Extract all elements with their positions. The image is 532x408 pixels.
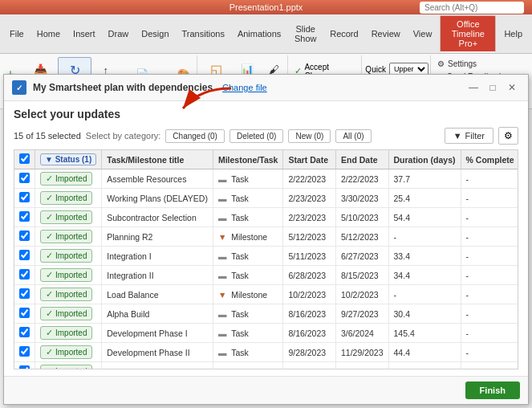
toolbar-row: 15 of 15 selected Select by category: Ch… bbox=[14, 127, 518, 145]
tab-office-timeline[interactable]: Office Timeline Pro+ bbox=[440, 15, 496, 52]
tab-review[interactable]: Review bbox=[365, 14, 407, 53]
type-label: Task bbox=[231, 174, 249, 184]
row-title: Load Balance bbox=[102, 285, 213, 304]
row-start: 10/19/2023 bbox=[283, 362, 336, 370]
tab-help[interactable]: Help bbox=[497, 14, 529, 53]
tab-record[interactable]: Record bbox=[323, 14, 364, 53]
row-complete: - bbox=[461, 285, 518, 304]
col-type: Milestone/Task bbox=[213, 150, 283, 169]
tab-transitions[interactable]: Transitions bbox=[176, 14, 231, 53]
smartsheet-dialog: ✓ My Smartsheet plan with dependencies C… bbox=[3, 74, 529, 405]
changed-filter-btn[interactable]: Changed (0) bbox=[165, 129, 225, 143]
row-checkbox-cell[interactable] bbox=[14, 247, 35, 266]
table-settings-button[interactable]: ⚙ bbox=[498, 127, 518, 145]
row-duration: 30.4 bbox=[388, 304, 461, 324]
app-title: Presentation1.pptx bbox=[229, 2, 303, 12]
row-title: Development Phase I bbox=[102, 324, 213, 343]
type-label: Task bbox=[231, 194, 249, 203]
col-checkbox bbox=[14, 150, 35, 169]
row-checkbox-cell[interactable] bbox=[14, 169, 35, 189]
tab-home[interactable]: Home bbox=[30, 14, 67, 53]
status-badge: ✓ Imported bbox=[40, 345, 92, 359]
row-start: 6/28/2023 bbox=[283, 266, 336, 285]
data-table-container[interactable]: ▼ Status (1) Task/Milestone title Milest… bbox=[14, 149, 518, 369]
row-checkbox-cell[interactable] bbox=[14, 304, 35, 324]
tab-file[interactable]: File bbox=[3, 14, 30, 53]
row-checkbox[interactable] bbox=[19, 173, 30, 183]
row-checkbox[interactable] bbox=[19, 308, 30, 318]
col-status[interactable]: ▼ Status (1) bbox=[35, 150, 102, 169]
close-button[interactable]: ✕ bbox=[504, 80, 520, 96]
finish-button[interactable]: Finish bbox=[465, 381, 520, 399]
row-checkbox[interactable] bbox=[19, 269, 30, 279]
row-end: 11/29/2023 bbox=[335, 343, 388, 362]
minimize-button[interactable]: — bbox=[465, 80, 481, 96]
select-all-checkbox[interactable] bbox=[19, 153, 30, 164]
row-type: ▼ Milestone bbox=[213, 285, 283, 304]
maximize-button[interactable]: □ bbox=[485, 80, 501, 96]
row-start: 5/11/2023 bbox=[283, 247, 336, 266]
status-check-icon: ✓ bbox=[46, 173, 53, 184]
row-status: ✓ Imported bbox=[35, 189, 102, 208]
row-checkbox[interactable] bbox=[19, 346, 30, 357]
row-checkbox-cell[interactable] bbox=[14, 189, 35, 208]
row-checkbox-cell[interactable] bbox=[14, 324, 35, 343]
type-icon: ▬ bbox=[218, 348, 227, 357]
new-filter-btn[interactable]: New (0) bbox=[288, 129, 331, 143]
tab-slideshow[interactable]: Slide Show bbox=[287, 14, 323, 53]
row-title: Alpha Build bbox=[102, 304, 213, 324]
type-icon: ▬ bbox=[218, 271, 227, 280]
row-duration: 33.4 bbox=[388, 247, 461, 266]
row-checkbox[interactable] bbox=[19, 250, 30, 260]
status-badge: ✓ Imported bbox=[40, 365, 92, 369]
tab-view[interactable]: View bbox=[407, 14, 439, 53]
tab-animations[interactable]: Animations bbox=[231, 14, 287, 53]
row-start: 5/12/2023 bbox=[283, 227, 336, 247]
row-checkbox[interactable] bbox=[19, 288, 30, 299]
row-checkbox-cell[interactable] bbox=[14, 285, 35, 304]
row-start: 9/28/2023 bbox=[283, 343, 336, 362]
deleted-filter-btn[interactable]: Deleted (0) bbox=[229, 129, 283, 143]
row-duration: - bbox=[388, 285, 461, 304]
status-filter[interactable]: ▼ Status (1) bbox=[40, 153, 96, 165]
type-label: Milestone bbox=[231, 232, 267, 242]
row-duration: - bbox=[388, 227, 461, 247]
change-file-link[interactable]: Change file bbox=[222, 83, 267, 92]
tab-draw[interactable]: Draw bbox=[102, 14, 136, 53]
row-checkbox-cell[interactable] bbox=[14, 362, 35, 370]
row-checkbox[interactable] bbox=[19, 365, 30, 369]
row-title: Planning R2 bbox=[102, 227, 213, 247]
tab-insert[interactable]: Insert bbox=[67, 14, 102, 53]
tab-design[interactable]: Design bbox=[135, 14, 175, 53]
row-checkbox-cell[interactable] bbox=[14, 343, 35, 362]
row-duration: 54.4 bbox=[388, 208, 461, 227]
all-filter-btn[interactable]: All (0) bbox=[335, 129, 371, 143]
row-checkbox-cell[interactable] bbox=[14, 227, 35, 247]
row-complete: - bbox=[461, 266, 518, 285]
settings-icon: ⚙ bbox=[437, 59, 445, 68]
filter-button[interactable]: ▼ Filter bbox=[445, 128, 493, 144]
search-input[interactable] bbox=[420, 2, 524, 14]
row-end: 10/19/2023 bbox=[335, 362, 388, 370]
row-duration: 37.7 bbox=[388, 169, 461, 189]
row-end: 9/27/2023 bbox=[335, 304, 388, 324]
status-check-icon: ✓ bbox=[46, 231, 53, 242]
row-checkbox[interactable] bbox=[19, 327, 30, 337]
col-title: Task/Milestone title bbox=[102, 150, 213, 169]
row-checkbox[interactable] bbox=[19, 192, 30, 202]
settings-item[interactable]: ⚙ Settings bbox=[437, 59, 524, 69]
status-check-icon: ✓ bbox=[46, 366, 53, 369]
status-check-icon: ✓ bbox=[46, 308, 53, 319]
row-duration: 44.4 bbox=[388, 343, 461, 362]
row-checkbox[interactable] bbox=[19, 211, 30, 222]
row-end: 3/30/2023 bbox=[335, 189, 388, 208]
row-type: ▼ Milestone bbox=[213, 362, 283, 370]
row-checkbox[interactable] bbox=[19, 231, 30, 241]
col-complete: % Complete bbox=[461, 150, 518, 169]
row-end: 10/2/2023 bbox=[335, 285, 388, 304]
row-duration: 34.4 bbox=[388, 266, 461, 285]
status-check-icon: ✓ bbox=[46, 270, 53, 280]
status-badge: ✓ Imported bbox=[40, 191, 92, 205]
row-checkbox-cell[interactable] bbox=[14, 266, 35, 285]
row-checkbox-cell[interactable] bbox=[14, 208, 35, 227]
